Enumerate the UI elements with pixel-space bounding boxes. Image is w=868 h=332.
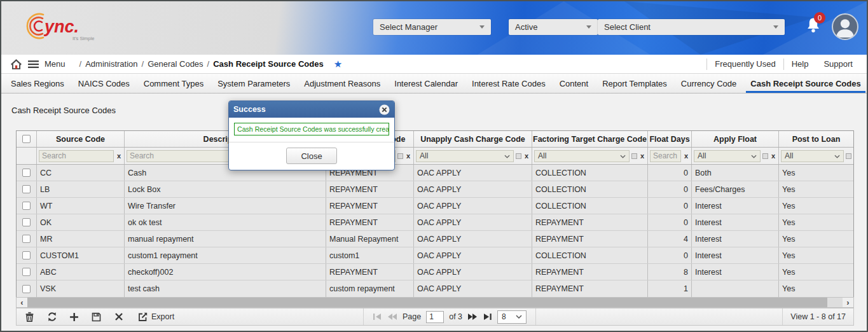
- filter-select: [17, 148, 37, 164]
- tab-naics-codes[interactable]: NAICS Codes: [71, 74, 137, 93]
- nav-link-support[interactable]: Support: [816, 59, 860, 70]
- breadcrumb-item[interactable]: General Codes: [148, 59, 203, 69]
- filter-post-to-loan: All: [779, 148, 853, 164]
- breadcrumb-item[interactable]: Administration: [85, 59, 137, 69]
- row-checkbox[interactable]: [22, 218, 31, 226]
- row-checkbox[interactable]: [22, 202, 31, 210]
- cell-post-to-loan: Yes: [779, 198, 853, 214]
- row-checkbox[interactable]: [22, 235, 31, 243]
- filter-select[interactable]: All: [694, 150, 761, 162]
- user-avatar[interactable]: [832, 13, 858, 40]
- dialog-close-button[interactable]: [379, 104, 390, 115]
- header-unapply-cash-charge-code: Unapply Cash Charge Code: [414, 131, 532, 147]
- dialog-header[interactable]: Success: [229, 101, 394, 118]
- menu-toggle-button[interactable]: [27, 59, 39, 69]
- page-number-input[interactable]: [426, 311, 444, 323]
- last-page-button[interactable]: [483, 313, 492, 321]
- filter-clear-icon[interactable]: x: [405, 152, 411, 160]
- home-button[interactable]: [10, 59, 22, 70]
- cell-unapply-cash-charge-code: OAC APPLY: [414, 198, 532, 214]
- chevron-down-icon: [751, 151, 757, 160]
- view-range-label: View 1 - 8 of 17: [782, 308, 853, 325]
- notifications-button[interactable]: 0: [805, 17, 827, 38]
- cell-value: Yes: [782, 251, 795, 260]
- last-page-icon: [483, 313, 492, 321]
- export-button[interactable]: Export: [138, 312, 174, 322]
- scrollbar-thumb[interactable]: [27, 298, 827, 307]
- tab-cash-receipt-source-codes[interactable]: Cash Receipt Source Codes: [743, 74, 867, 93]
- row-checkbox[interactable]: [22, 268, 31, 276]
- refresh-button[interactable]: [46, 312, 57, 322]
- filter-select[interactable]: All: [416, 150, 514, 162]
- chevron-down-icon: [586, 25, 591, 29]
- select-all-checkbox[interactable]: [22, 135, 31, 143]
- filter-clear-icon[interactable]: x: [770, 152, 776, 160]
- manager-select[interactable]: Select Manager: [373, 19, 491, 35]
- person-icon: [833, 15, 857, 39]
- filter-clear-icon[interactable]: x: [639, 152, 645, 160]
- tab-system-parameters[interactable]: System Parameters: [210, 74, 297, 93]
- client-select[interactable]: Select Client: [598, 19, 785, 35]
- scroll-right-button[interactable]: ›: [843, 298, 853, 307]
- cell-post-to-loan: Yes: [779, 165, 853, 181]
- filter-clear-icon[interactable]: x: [683, 152, 689, 160]
- tab-adjustment-reasons[interactable]: Adjustment Reasons: [297, 74, 387, 93]
- delete-button[interactable]: [24, 312, 35, 322]
- filter-options-icon[interactable]: [397, 153, 403, 159]
- first-page-button[interactable]: [373, 313, 382, 321]
- filter-search-input[interactable]: [39, 150, 114, 162]
- table-toolbar: Export Page of 3: [16, 308, 854, 326]
- cell-value: 0: [684, 185, 688, 194]
- status-select[interactable]: Active: [509, 19, 598, 35]
- tab-comment-types[interactable]: Comment Types: [137, 74, 210, 93]
- filter-select[interactable]: All: [534, 150, 630, 162]
- cell-value: Interest: [695, 268, 722, 277]
- cell-unapply-cash-charge-code: OAC APPLY: [414, 165, 532, 181]
- filter-search-input[interactable]: [650, 150, 681, 162]
- cancel-button[interactable]: [113, 312, 124, 322]
- tab-currency-code[interactable]: Currency Code: [674, 74, 743, 93]
- cell-post-to-loan: Yes: [779, 231, 853, 247]
- nav-link-help[interactable]: Help: [783, 59, 816, 70]
- favorite-star-icon[interactable]: ★: [334, 59, 342, 70]
- cell-value: Interest: [695, 251, 722, 260]
- add-button[interactable]: [69, 312, 79, 322]
- tab-sales-regions[interactable]: Sales Regions: [4, 74, 71, 93]
- cell-value: WT: [40, 202, 52, 211]
- cell-value: COLLECTION: [535, 185, 586, 194]
- next-page-button[interactable]: [467, 313, 478, 321]
- filter-options-icon[interactable]: [846, 153, 851, 159]
- cell-unapply-cash-charge-code: OAC APPLY: [414, 181, 532, 197]
- previous-page-button[interactable]: [387, 313, 397, 321]
- filter-options-icon[interactable]: [762, 153, 768, 159]
- filter-clear-icon[interactable]: x: [116, 152, 122, 160]
- tab-interest-calendar[interactable]: Interest Calendar: [387, 74, 465, 93]
- save-button[interactable]: [91, 312, 102, 322]
- cell-value: REPAYMENT: [535, 284, 584, 293]
- nav-link-frequently-used[interactable]: Frequently Used: [706, 59, 783, 70]
- breadcrumb-item[interactable]: Cash Receipt Source Codes: [213, 59, 323, 69]
- menu-label[interactable]: Menu: [45, 59, 65, 69]
- filter-options-icon[interactable]: [516, 153, 521, 159]
- filter-options-icon[interactable]: [631, 153, 637, 159]
- tab-report-templates[interactable]: Report Templates: [595, 74, 674, 93]
- scroll-left-button[interactable]: ‹: [17, 298, 27, 307]
- horizontal-scrollbar[interactable]: ‹ ›: [16, 297, 854, 308]
- cell-cash-charge-code: REPAYMENT: [326, 181, 414, 197]
- row-checkbox[interactable]: [22, 251, 31, 259]
- cell-value: OAC APPLY: [417, 218, 461, 227]
- cell-description: manual repayment: [125, 231, 326, 247]
- page-size-select[interactable]: 8: [497, 310, 527, 324]
- row-checkbox[interactable]: [22, 185, 31, 193]
- filter-select[interactable]: All: [781, 150, 844, 162]
- cell-apply-float: Both: [692, 165, 779, 181]
- cell-float-days: 0: [648, 214, 692, 230]
- close-button[interactable]: Close: [286, 148, 337, 164]
- cell-description: Wire Transfer: [125, 198, 326, 214]
- row-checkbox[interactable]: [22, 285, 31, 293]
- tab-interest-rate-codes[interactable]: Interest Rate Codes: [465, 74, 553, 93]
- tab-content[interactable]: Content: [553, 74, 596, 93]
- filter-clear-icon[interactable]: x: [523, 152, 530, 160]
- cell-apply-float: Interest: [692, 214, 779, 230]
- row-checkbox[interactable]: [22, 169, 31, 177]
